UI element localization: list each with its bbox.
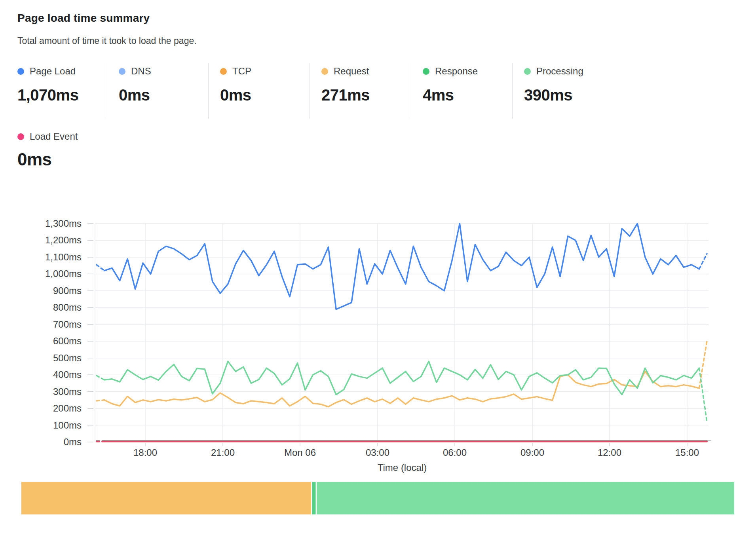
series-end-dash — [699, 368, 707, 422]
y-tick-label: 800ms — [53, 302, 82, 313]
y-tick-label: 700ms — [53, 319, 82, 330]
timeline-bar-segment[interactable] — [317, 482, 734, 514]
timeline-bar-segment[interactable] — [312, 482, 316, 514]
series-start-dash — [97, 376, 104, 380]
page-load-time-chart[interactable]: 0ms100ms200ms300ms400ms500ms600ms700ms80… — [0, 0, 756, 535]
y-tick-label: 1,000ms — [45, 268, 82, 279]
x-tick-label: 21:00 — [211, 447, 235, 458]
y-tick-label: 500ms — [53, 353, 82, 363]
timeline-bar-segment[interactable] — [21, 482, 311, 514]
series-line-processing — [104, 361, 699, 395]
y-tick-label: 0ms — [64, 436, 82, 447]
y-tick-label: 1,200ms — [45, 235, 82, 245]
series-line-page-load — [104, 224, 699, 309]
y-tick-label: 600ms — [53, 336, 82, 346]
x-tick-label: Mon 06 — [284, 447, 316, 458]
x-tick-label: 06:00 — [443, 447, 467, 458]
page-load-summary-panel: Page load time summary Total amount of t… — [0, 0, 756, 535]
y-tick-label: 1,300ms — [45, 218, 82, 229]
x-tick-label: 15:00 — [675, 447, 699, 458]
y-tick-label: 100ms — [53, 420, 82, 431]
x-axis-title: Time (local) — [378, 462, 427, 473]
x-tick-label: 09:00 — [520, 447, 544, 458]
y-tick-label: 1,100ms — [45, 252, 82, 262]
series-end-dash — [699, 341, 707, 388]
series-start-dash — [97, 265, 104, 271]
x-tick-label: 18:00 — [133, 447, 157, 458]
y-tick-label: 300ms — [53, 386, 82, 397]
y-tick-label: 400ms — [53, 369, 82, 380]
series-end-dash — [699, 254, 707, 269]
chart-grid: 0ms100ms200ms300ms400ms500ms600ms700ms80… — [45, 218, 709, 458]
series-start-dash — [97, 400, 104, 401]
x-tick-label: 03:00 — [366, 447, 389, 458]
x-tick-label: 12:00 — [598, 447, 621, 458]
y-tick-label: 200ms — [53, 403, 82, 414]
timeline-status-bar[interactable] — [21, 482, 734, 514]
y-tick-label: 900ms — [53, 285, 82, 296]
series-page-load — [97, 224, 707, 309]
